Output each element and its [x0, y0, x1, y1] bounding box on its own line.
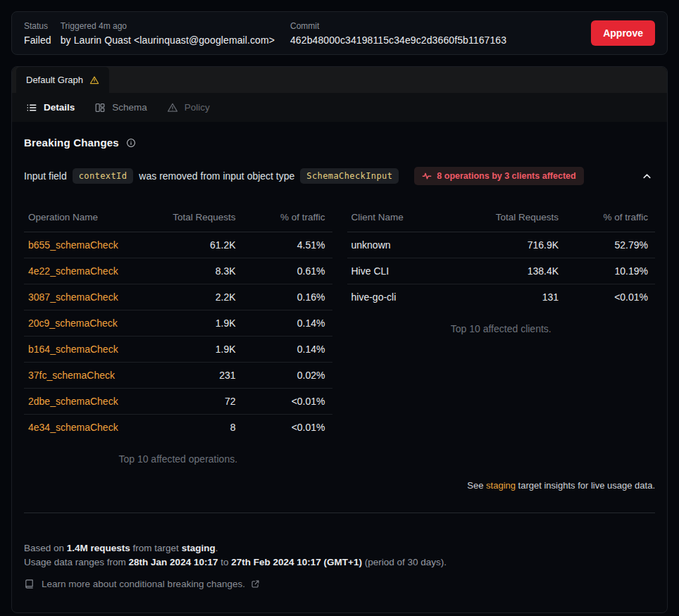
external-link-icon — [251, 579, 260, 589]
operations-table: Operation Name Total Requests % of traff… — [24, 205, 332, 441]
traffic-value: 10.19% — [566, 258, 655, 284]
staging-target-link[interactable]: staging — [486, 480, 516, 491]
client-name: Hive CLI — [347, 258, 483, 284]
requests-value: 1.9K — [160, 337, 243, 363]
type-code-badge: SchemaCheckInput — [300, 168, 399, 184]
traffic-value: 0.61% — [243, 258, 332, 284]
warning-triangle-icon — [167, 102, 178, 113]
affected-badge-label: 8 operations by 3 clients affected — [437, 171, 575, 181]
clients-table: Client Name Total Requests % of traffic … — [347, 205, 656, 310]
change-text-middle: was removed from input object type — [139, 170, 294, 182]
table-row: b655_schemaCheck 61.2K 4.51% — [24, 232, 332, 258]
operation-link[interactable]: b655_schemaCheck — [28, 239, 118, 251]
summary-text: to — [218, 557, 231, 567]
book-icon — [24, 579, 35, 589]
operation-link[interactable]: 4e22_schemaCheck — [28, 265, 118, 277]
operation-link[interactable]: b164_schemaCheck — [28, 344, 118, 355]
table-row: hive-go-cli 131 <0.01% — [347, 284, 656, 310]
tab-policy[interactable]: Policy — [157, 102, 220, 113]
traffic-value: 0.14% — [243, 337, 332, 363]
table-header-row: Client Name Total Requests % of traffic — [347, 205, 656, 232]
col-traffic: % of traffic — [566, 205, 655, 232]
status-block: Status Failed — [24, 21, 51, 46]
triggered-block: Triggered 4m ago by Laurin Quast <laurin… — [61, 21, 275, 46]
chevron-up-icon[interactable] — [639, 168, 655, 184]
col-client-name: Client Name — [347, 205, 483, 232]
table-row: 2dbe_schemaCheck 72 <0.01% — [24, 389, 332, 415]
traffic-value: <0.01% — [243, 415, 332, 441]
client-name: hive-go-cli — [347, 284, 483, 310]
clients-caption: Top 10 affected clients. — [347, 323, 656, 334]
usage-tables: Operation Name Total Requests % of traff… — [24, 205, 655, 465]
traffic-value: <0.01% — [566, 284, 655, 310]
traffic-value: 4.51% — [243, 232, 332, 258]
field-code-badge: contextId — [73, 168, 134, 184]
graph-tabstrip: Default Graph — [12, 67, 667, 93]
breaking-change-row[interactable]: Input field contextId was removed from i… — [24, 167, 655, 185]
requests-value: 72 — [160, 389, 243, 415]
breaking-changes-header: Breaking Changes — [24, 137, 655, 149]
traffic-value: 0.02% — [243, 363, 332, 389]
status-value: Failed — [24, 34, 51, 46]
table-row: b164_schemaCheck 1.9K 0.14% — [24, 337, 332, 363]
learn-more-label: Learn more about conditional breaking ch… — [42, 579, 245, 589]
tab-policy-label: Policy — [185, 102, 210, 113]
requests-value: 131 — [482, 284, 566, 310]
traffic-value: <0.01% — [243, 389, 332, 415]
schema-check-page: Status Failed Triggered 4m ago by Laurin… — [0, 0, 679, 616]
traffic-value: 0.16% — [243, 284, 332, 310]
col-total-requests: Total Requests — [482, 205, 566, 232]
requests-value: 2.2K — [160, 284, 243, 310]
requests-value: 231 — [160, 363, 243, 389]
change-text-prefix: Input field — [24, 170, 67, 182]
learn-more-link[interactable]: Learn more about conditional breaking ch… — [24, 579, 655, 589]
pulse-icon — [422, 171, 432, 181]
tab-schema-label: Schema — [112, 102, 147, 113]
list-icon — [26, 102, 37, 113]
info-icon[interactable] — [126, 138, 136, 148]
footer-divider — [24, 513, 655, 513]
traffic-value: 52.79% — [566, 232, 655, 258]
table-row: 37fc_schemaCheck 231 0.02% — [24, 363, 332, 389]
operation-link[interactable]: 20c9_schemaCheck — [28, 318, 118, 329]
range-start: 28th Jan 2024 10:17 — [129, 557, 218, 567]
requests-value: 138.4K — [482, 258, 566, 284]
insights-pre: See — [467, 480, 486, 491]
commit-label: Commit — [290, 21, 506, 31]
usage-summary: Based on 1.4M requests from target stagi… — [24, 541, 655, 570]
requests-value: 61.2K — [160, 232, 243, 258]
table-row: 4e34_schemaCheck 8 <0.01% — [24, 415, 332, 441]
col-total-requests: Total Requests — [160, 205, 243, 232]
summary-text: (period of 30 days). — [362, 557, 447, 567]
operation-link[interactable]: 4e34_schemaCheck — [28, 422, 118, 433]
details-content: Breaking Changes Input field contextId w… — [12, 137, 667, 589]
usage-summary-line1: Based on 1.4M requests from target stagi… — [24, 541, 655, 555]
usage-summary-line2: Usage data ranges from 28th Jan 2024 10:… — [24, 555, 655, 570]
requests-value: 716.9K — [482, 232, 566, 258]
commit-hash: 462b48000c34198115c34e9c2d3660f5b1167163 — [290, 34, 506, 46]
table-row: unknown 716.9K 52.79% — [347, 232, 656, 258]
tab-details[interactable]: Details — [16, 102, 85, 113]
triggered-label: Triggered 4m ago — [61, 21, 275, 31]
operation-link[interactable]: 3087_schemaCheck — [28, 291, 118, 303]
operation-link[interactable]: 2dbe_schemaCheck — [28, 396, 118, 407]
range-end: 27th Feb 2024 10:17 (GMT+1) — [231, 557, 362, 567]
approve-button[interactable]: Approve — [591, 20, 655, 46]
check-header-card: Status Failed Triggered 4m ago by Laurin… — [11, 11, 668, 55]
affected-operations-badge[interactable]: 8 operations by 3 clients affected — [414, 167, 583, 185]
graph-tab-label: Default Graph — [26, 75, 83, 85]
summary-text: Usage data ranges from — [24, 557, 129, 567]
tab-schema[interactable]: Schema — [85, 102, 157, 113]
check-detail-card: Default Graph Details Schema — [11, 66, 668, 613]
operations-caption: Top 10 affected operations. — [24, 453, 332, 465]
target-name: staging — [182, 543, 216, 553]
triggered-author: by Laurin Quast <laurinquast@googlemail.… — [61, 34, 275, 46]
summary-text: . — [216, 543, 218, 553]
status-label: Status — [24, 21, 51, 31]
tab-default-graph[interactable]: Default Graph — [16, 67, 109, 93]
operation-link[interactable]: 37fc_schemaCheck — [28, 370, 115, 381]
warning-triangle-icon — [89, 75, 99, 85]
operations-table-panel: Operation Name Total Requests % of traff… — [24, 205, 332, 465]
traffic-value: 0.14% — [243, 310, 332, 337]
requests-value: 8.3K — [160, 258, 243, 284]
